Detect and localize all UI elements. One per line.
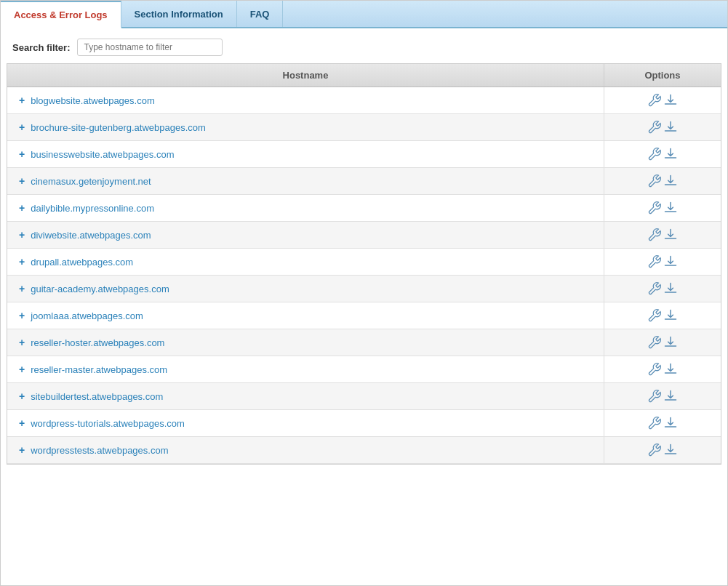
row-hostname-cell: + businesswebsite.atwebpages.com: [7, 141, 604, 167]
table-row: + brochure-site-gutenberg.atwebpages.com: [7, 114, 721, 141]
row-hostname-cell: + blogwebsite.atwebpages.com: [7, 87, 604, 113]
options-icons: [647, 281, 678, 296]
row-hostname-cell: + reseller-hoster.atwebpages.com: [7, 329, 604, 356]
wrench-icon[interactable]: [647, 174, 662, 188]
hostname-link[interactable]: diviwebsite.atwebpages.com: [31, 230, 151, 241]
wrench-icon[interactable]: [647, 93, 662, 108]
download-icon[interactable]: [663, 389, 678, 404]
hostname-link[interactable]: wordpresstests.atwebpages.com: [31, 445, 168, 456]
row-hostname-cell: + joomlaaa.atwebpages.com: [7, 302, 604, 329]
hostname-link[interactable]: reseller-hoster.atwebpages.com: [31, 337, 164, 348]
download-icon[interactable]: [663, 281, 678, 296]
download-icon[interactable]: [663, 254, 678, 269]
row-hostname-cell: + wordpress-tutorials.atwebpages.com: [7, 410, 604, 436]
hostname-link[interactable]: guitar-academy.atwebpages.com: [31, 284, 169, 294]
download-icon[interactable]: [663, 93, 678, 108]
hostname-link[interactable]: businesswebsite.atwebpages.com: [31, 149, 174, 160]
search-area: Search filter:: [1, 28, 727, 63]
options-icons: [647, 308, 678, 323]
options-icons: [647, 174, 678, 188]
hostname-link[interactable]: wordpress-tutorials.atwebpages.com: [31, 418, 185, 429]
download-icon[interactable]: [663, 228, 678, 242]
expand-icon[interactable]: +: [19, 310, 25, 321]
row-hostname-cell: + brochure-site-gutenberg.atwebpages.com: [7, 114, 604, 140]
wrench-icon[interactable]: [647, 228, 662, 242]
row-options-cell: [604, 114, 721, 140]
download-icon[interactable]: [663, 201, 678, 215]
table-row: + reseller-master.atwebpages.com: [7, 356, 721, 383]
download-icon[interactable]: [663, 362, 678, 377]
hostname-link[interactable]: reseller-master.atwebpages.com: [31, 364, 167, 375]
hostname-link[interactable]: dailybible.mypressonline.com: [31, 203, 154, 214]
wrench-icon[interactable]: [647, 281, 662, 296]
expand-icon[interactable]: +: [19, 229, 25, 241]
wrench-icon[interactable]: [647, 308, 662, 323]
tab-section-information[interactable]: Section Information: [121, 1, 237, 27]
hostname-link[interactable]: joomlaaa.atwebpages.com: [31, 310, 143, 321]
table-row: + diviwebsite.atwebpages.com: [7, 222, 721, 249]
row-options-cell: [604, 195, 721, 221]
options-icons: [647, 416, 678, 430]
options-icons: [647, 201, 678, 215]
search-label: Search filter:: [12, 42, 70, 53]
search-input[interactable]: [77, 39, 223, 56]
expand-icon[interactable]: +: [19, 175, 25, 187]
table-row: + businesswebsite.atwebpages.com: [7, 141, 721, 168]
table-row: + guitar-academy.atwebpages.com: [7, 276, 721, 302]
download-icon[interactable]: [663, 443, 678, 457]
expand-icon[interactable]: +: [19, 390, 25, 402]
download-icon[interactable]: [663, 120, 678, 135]
download-icon[interactable]: [663, 174, 678, 188]
expand-icon[interactable]: +: [19, 202, 25, 214]
row-options-cell: [604, 356, 721, 382]
row-hostname-cell: + drupall.atwebpages.com: [7, 249, 604, 275]
expand-icon[interactable]: +: [19, 121, 25, 133]
wrench-icon[interactable]: [647, 416, 662, 430]
wrench-icon[interactable]: [647, 201, 662, 215]
expand-icon[interactable]: +: [19, 283, 25, 294]
table-row: + drupall.atwebpages.com: [7, 249, 721, 276]
expand-icon[interactable]: +: [19, 148, 25, 160]
hostname-link[interactable]: sitebuildertest.atwebpages.com: [31, 391, 163, 402]
row-options-cell: [604, 87, 721, 113]
options-icons: [647, 147, 678, 161]
tab-access-error-logs[interactable]: Access & Error Logs: [1, 1, 121, 28]
download-icon[interactable]: [663, 335, 678, 350]
download-icon[interactable]: [663, 416, 678, 430]
table-row: + reseller-hoster.atwebpages.com: [7, 329, 721, 356]
expand-icon[interactable]: +: [19, 337, 25, 348]
expand-icon[interactable]: +: [19, 364, 25, 375]
row-options-cell: [604, 437, 721, 463]
hostname-link[interactable]: drupall.atwebpages.com: [31, 257, 133, 268]
wrench-icon[interactable]: [647, 335, 662, 350]
row-options-cell: [604, 329, 721, 356]
row-hostname-cell: + reseller-master.atwebpages.com: [7, 356, 604, 382]
wrench-icon[interactable]: [647, 443, 662, 457]
options-icons: [647, 443, 678, 457]
wrench-icon[interactable]: [647, 254, 662, 269]
expand-icon[interactable]: +: [19, 444, 25, 456]
table-row: + blogwebsite.atwebpages.com: [7, 87, 721, 114]
hostname-link[interactable]: cinemasux.getenjoyment.net: [31, 176, 151, 187]
expand-icon[interactable]: +: [19, 417, 25, 429]
expand-icon[interactable]: +: [19, 256, 25, 268]
hostname-link[interactable]: blogwebsite.atwebpages.com: [31, 95, 155, 106]
wrench-icon[interactable]: [647, 389, 662, 404]
wrench-icon[interactable]: [647, 147, 662, 161]
tab-faq[interactable]: FAQ: [237, 1, 284, 27]
wrench-icon[interactable]: [647, 120, 662, 135]
download-icon[interactable]: [663, 147, 678, 161]
row-options-cell: [604, 168, 721, 194]
download-icon[interactable]: [663, 308, 678, 323]
table-row: + joomlaaa.atwebpages.com: [7, 302, 721, 329]
table-row: + wordpresstests.atwebpages.com: [7, 437, 721, 464]
table-row: + wordpress-tutorials.atwebpages.com: [7, 410, 721, 437]
wrench-icon[interactable]: [647, 362, 662, 377]
row-options-cell: [604, 383, 721, 409]
options-icons: [647, 254, 678, 269]
expand-icon[interactable]: +: [19, 95, 25, 106]
row-options-cell: [604, 302, 721, 329]
hostname-link[interactable]: brochure-site-gutenberg.atwebpages.com: [31, 122, 206, 133]
column-header-hostname: Hostname: [7, 64, 604, 87]
table-row: + sitebuildertest.atwebpages.com: [7, 383, 721, 410]
